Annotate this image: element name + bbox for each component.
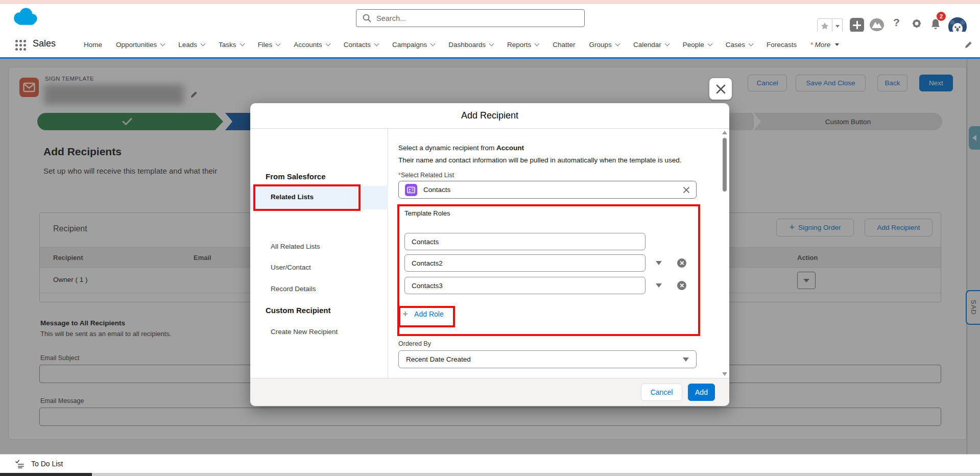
related-list-value: Contacts (423, 186, 677, 194)
delete-role-icon[interactable] (677, 281, 686, 290)
navigation-bar: Sales Home Opportunities Leads Tasks Fil… (0, 32, 980, 59)
edit-nav-pencil-icon[interactable] (964, 40, 973, 51)
nav-tab-tasks[interactable]: Tasks (219, 41, 244, 49)
add-recipient-modal: Add Recipient From Salesforce Lookup Fie… (250, 103, 729, 406)
nav-tab-reports[interactable]: Reports (507, 41, 539, 49)
role-dropdown-icon[interactable] (656, 283, 662, 288)
chevron-down-icon (276, 41, 281, 46)
bottom-strip (0, 473, 980, 476)
chevron-down-icon (201, 41, 206, 46)
nav-tab-leads[interactable]: Leads (178, 41, 205, 49)
search-input[interactable] (376, 14, 584, 22)
nav-tab-files[interactable]: Files (258, 41, 280, 49)
chevron-down-icon (615, 41, 620, 46)
modal-header: Add Recipient (250, 103, 729, 129)
intro-object-name: Account (496, 144, 524, 152)
sidebar-item-record-details[interactable]: Record Details (271, 285, 316, 293)
sidebar-item-user-contact[interactable]: User/Contact (271, 264, 311, 271)
modal-footer: Cancel Add (250, 378, 729, 406)
app-launcher-icon[interactable] (15, 40, 18, 42)
page-content: SIGN TEMPLATE Cancel Save And Close Back… (0, 59, 980, 454)
nav-tab-cases[interactable]: Cases (726, 41, 753, 49)
setup-gear-icon[interactable] (911, 18, 922, 29)
plus-icon: + (402, 308, 408, 320)
help-icon[interactable]: ? (893, 16, 900, 29)
modal-scrollbar[interactable] (722, 130, 728, 377)
contact-object-icon (405, 184, 417, 196)
global-search[interactable] (356, 9, 585, 27)
modal-intro-line1: Select a dynamic recipient from Account (398, 144, 524, 152)
sidebar-section-from-salesforce: From Salesforce (266, 172, 326, 181)
role-input-3[interactable] (404, 277, 646, 294)
ordered-by-label: Ordered By (398, 340, 431, 347)
role-input-1[interactable] (404, 233, 646, 250)
scroll-down-icon[interactable] (722, 372, 727, 376)
nav-tab-contacts[interactable]: Contacts (344, 41, 378, 49)
modal-sidebar: From Salesforce Lookup Fields Related Li… (250, 129, 388, 378)
nav-tab-groups[interactable]: Groups (589, 41, 619, 49)
search-icon (363, 14, 371, 22)
chevron-down-icon (489, 41, 494, 46)
chevron-down-icon (240, 41, 245, 46)
chevron-down-icon (835, 43, 839, 46)
nav-tab-more[interactable]: * More (810, 41, 839, 49)
nav-tab-campaigns[interactable]: Campaigns (392, 41, 435, 49)
chevron-down-icon (431, 41, 436, 46)
chevron-down-icon (749, 41, 754, 46)
ordered-by-select[interactable]: Recent Date Created (398, 350, 697, 368)
clear-selection-icon[interactable] (683, 186, 690, 194)
add-new-icon[interactable] (850, 18, 864, 32)
nav-tab-home[interactable]: Home (84, 41, 102, 49)
nav-tab-forecasts[interactable]: Forecasts (767, 41, 797, 49)
todo-list-icon (15, 460, 26, 468)
nav-tab-accounts[interactable]: Accounts (294, 41, 330, 49)
modal-cancel-button[interactable]: Cancel (641, 384, 682, 401)
chevron-down-icon (374, 41, 379, 46)
template-roles-label: Template Roles (404, 209, 450, 217)
utility-bar: To Do List (0, 454, 980, 473)
modal-add-button[interactable]: Add (688, 384, 715, 401)
salesforce-logo-icon (11, 6, 40, 30)
nav-tab-dashboards[interactable]: Dashboards (448, 41, 493, 49)
browser-strip (0, 0, 980, 4)
add-role-button[interactable]: + Add Role (402, 308, 444, 320)
select-related-list-label: *Select Related List (398, 172, 454, 179)
modal-body: Select a dynamic recipient from Account … (388, 129, 729, 378)
sidebar-item-related-lists[interactable]: Related Lists (250, 186, 388, 209)
close-icon[interactable] (709, 78, 732, 100)
chevron-down-icon (683, 358, 689, 362)
delete-role-icon[interactable] (677, 258, 686, 268)
modal-intro-line2: Their name and contact information will … (398, 156, 682, 164)
related-list-combobox[interactable]: Contacts (398, 181, 697, 199)
role-dropdown-icon[interactable] (656, 261, 662, 265)
nav-tab-calendar[interactable]: Calendar (633, 41, 669, 49)
scrollbar-thumb[interactable] (723, 138, 727, 192)
chevron-down-icon (160, 41, 165, 46)
scroll-up-icon[interactable] (722, 131, 727, 134)
nav-tabs: Home Opportunities Leads Tasks Files Acc… (84, 32, 839, 57)
chevron-down-icon (535, 41, 540, 46)
chevron-down-icon (325, 41, 330, 46)
nav-tab-chatter[interactable]: Chatter (553, 41, 575, 49)
screen: ? 2 Sales (0, 0, 980, 476)
trailhead-icon[interactable] (869, 18, 885, 32)
nav-tab-opportunities[interactable]: Opportunities (116, 41, 164, 49)
sidebar-item-create-new-recipient[interactable]: Create New Recipient (271, 328, 338, 336)
chevron-down-icon (707, 41, 712, 46)
app-name: Sales (33, 38, 56, 49)
sidebar-item-all-related-lists[interactable]: All Related Lists (271, 243, 320, 250)
todo-list-button[interactable]: To Do List (15, 460, 63, 468)
notification-count-badge: 2 (937, 12, 946, 21)
chevron-down-icon (664, 41, 670, 46)
sidebar-section-custom-recipient: Custom Recipient (266, 306, 331, 315)
modal-title: Add Recipient (461, 110, 518, 121)
nav-tab-people[interactable]: People (683, 41, 712, 49)
global-header: ? 2 (0, 4, 980, 32)
role-input-2[interactable] (404, 254, 646, 272)
